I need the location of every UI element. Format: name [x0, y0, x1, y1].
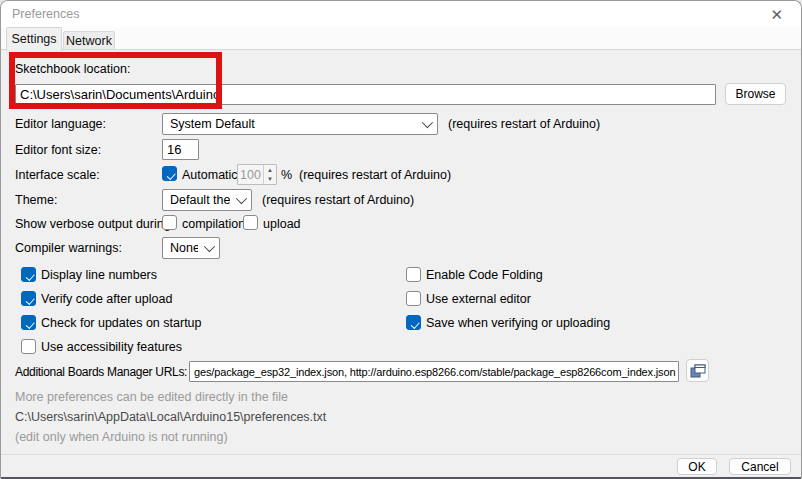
open-urls-editor-button[interactable] [686, 359, 709, 382]
interface-scale-label: Interface scale: [15, 168, 100, 182]
close-icon[interactable]: ✕ [764, 5, 789, 25]
compiler-warnings-label: Compiler warnings: [15, 241, 122, 255]
display-line-numbers-checkbox[interactable] [21, 267, 36, 282]
editor-language-hint: (requires restart of Arduino) [448, 117, 600, 131]
ok-button[interactable]: OK [677, 458, 717, 475]
cancel-button[interactable]: Cancel [729, 458, 791, 475]
verbose-output-label: Show verbose output during: [15, 217, 174, 231]
percent-sign: % [281, 168, 292, 182]
sketchbook-location-label: Sketchbook location: [15, 62, 130, 76]
editor-language-value: System Default [170, 117, 416, 131]
verify-code-after-upload-checkbox[interactable] [21, 291, 36, 306]
editor-language-select[interactable]: System Default [162, 113, 438, 135]
boards-manager-urls-label: Additional Boards Manager URLs: [15, 365, 187, 379]
tab-network[interactable]: Network [63, 31, 115, 50]
boards-manager-urls-input[interactable]: ges/package_esp32_index.json, http://ard… [189, 361, 679, 382]
footer-note-line3: (edit only when Arduino is not running) [15, 430, 228, 444]
browse-button[interactable]: Browse [725, 83, 786, 105]
interface-scale-hint: (requires restart of Arduino) [299, 168, 451, 182]
dialog-title: Preferences [12, 7, 79, 21]
save-when-verifying-label: Save when verifying or uploading [426, 316, 610, 330]
spinner-up-icon[interactable]: ▲ [264, 165, 276, 175]
compiler-warnings-select[interactable]: None [162, 237, 220, 259]
chevron-down-icon [204, 241, 215, 252]
footer-divider [1, 454, 801, 455]
editor-font-size-label: Editor font size: [15, 143, 101, 157]
save-when-verifying-checkbox[interactable] [406, 315, 421, 330]
scale-value-spinner[interactable]: 100 ▲ ▼ [237, 164, 277, 185]
tab-settings[interactable]: Settings [6, 27, 62, 51]
editor-font-size-input[interactable]: 16 [162, 139, 199, 160]
theme-value: Default theme [170, 193, 230, 207]
check-for-updates-label: Check for updates on startup [41, 316, 202, 330]
theme-label: Theme: [15, 193, 57, 207]
upload-checkbox[interactable] [243, 215, 258, 230]
accessibility-features-label: Use accessibility features [41, 340, 182, 354]
compiler-warnings-value: None [170, 241, 198, 255]
editor-language-label: Editor language: [15, 117, 106, 131]
automatic-scale-checkbox[interactable] [162, 166, 177, 181]
scale-value: 100 [238, 165, 263, 184]
compilation-checkbox-label: compilation [182, 217, 245, 231]
chevron-down-icon [422, 117, 433, 128]
theme-select[interactable]: Default theme [162, 189, 252, 211]
automatic-scale-checkbox-label: Automatic [182, 168, 238, 182]
tab-strip: Settings Network [1, 27, 801, 50]
spinner-arrows: ▲ ▼ [263, 165, 276, 184]
sketchbook-location-input[interactable]: C:\Users\sarin\Documents\Arduino [15, 84, 716, 105]
chevron-down-icon [236, 193, 247, 204]
use-external-editor-label: Use external editor [426, 292, 531, 306]
footer-note-line1: More preferences can be edited directly … [15, 390, 288, 404]
preferences-dialog: Preferences ✕ Settings Network Sketchboo… [0, 0, 802, 479]
theme-hint: (requires restart of Arduino) [262, 193, 414, 207]
enable-code-folding-checkbox[interactable] [406, 267, 421, 282]
upload-checkbox-label: upload [263, 217, 301, 231]
use-external-editor-checkbox[interactable] [406, 291, 421, 306]
enable-code-folding-label: Enable Code Folding [426, 268, 543, 282]
display-line-numbers-label: Display line numbers [41, 268, 157, 282]
verify-code-after-upload-label: Verify code after upload [41, 292, 172, 306]
spinner-down-icon[interactable]: ▼ [264, 175, 276, 185]
compilation-checkbox[interactable] [162, 215, 177, 230]
overlapping-windows-icon [690, 364, 706, 378]
check-for-updates-checkbox[interactable] [21, 315, 36, 330]
title-bar: Preferences ✕ [1, 1, 801, 27]
preferences-file-path: C:\Users\sarin\AppData\Local\Arduino15\p… [15, 410, 326, 424]
accessibility-features-checkbox[interactable] [21, 339, 36, 354]
